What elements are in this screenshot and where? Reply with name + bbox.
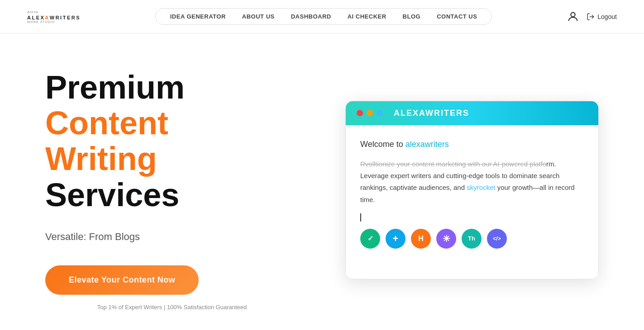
- logo-text-alex: ALEX: [27, 15, 45, 20]
- tool-icon-th[interactable]: Th: [462, 229, 482, 249]
- hero-title-services: Services: [45, 177, 179, 213]
- tool-icons-row: ✓ + H ✳ Th </>: [360, 222, 584, 252]
- logout-label: Logout: [597, 13, 617, 20]
- tool-icon-check[interactable]: ✓: [360, 229, 380, 249]
- logo-text-a: A: [45, 15, 49, 20]
- hero-title-premium: Premium: [45, 69, 185, 105]
- text-cursor: [360, 213, 361, 222]
- browser-body: Welcome to alexawriters Rvolltionize you…: [346, 125, 598, 279]
- logout-icon: [587, 13, 595, 21]
- tool-icon-plus[interactable]: +: [386, 229, 405, 249]
- svg-point-0: [571, 12, 575, 16]
- dot-red: [357, 110, 363, 116]
- hero-title: Premium Content Writing Services: [45, 70, 299, 213]
- nav-about-us[interactable]: ABOUT US: [242, 13, 275, 20]
- dot-blue: [377, 110, 383, 116]
- logo: Alexa ALEX A WRITERS WORK STUDIO: [27, 10, 81, 24]
- browser-mockup: ALEXAWRITERS Welcome to alexawriters Rvo…: [345, 101, 599, 279]
- welcome-text: Welcome to alexawriters: [360, 140, 584, 149]
- hero-section: Premium Content Writing Services Versati…: [45, 70, 299, 311]
- content-text: Rvolltionize your content marketing with…: [360, 158, 584, 206]
- welcome-alexa: alexawriters: [405, 140, 449, 149]
- hero-subtitle: Versatile: From Blogs: [45, 231, 299, 243]
- logo-text-writers: WRITERS: [50, 15, 81, 20]
- tool-icon-code[interactable]: </>: [487, 229, 507, 249]
- highlight-skyrocket: skyrocket: [467, 184, 495, 191]
- logo-script: Alexa: [27, 10, 38, 14]
- guarantee-text: Top 1% of Expert Writers | 100% Satisfac…: [45, 304, 299, 311]
- nav-contact-us[interactable]: CONTACT US: [437, 13, 477, 20]
- nav-ai-checker[interactable]: AI CHECKER: [348, 13, 386, 20]
- hero-title-content: Content: [45, 105, 168, 141]
- main-nav: IDEA GENERATOR ABOUT US DASHBOARD AI CHE…: [155, 8, 492, 25]
- tool-icon-h[interactable]: H: [411, 229, 431, 249]
- logout-button[interactable]: Logout: [587, 13, 617, 21]
- cta-button[interactable]: Elevate Your Content Now: [45, 265, 199, 295]
- user-icon[interactable]: [567, 10, 579, 23]
- nav-blog[interactable]: BLOG: [403, 13, 421, 20]
- strikethrough-text: Rvolltionize your content marketing with…: [360, 160, 546, 168]
- logo-subtitle: WORK STUDIO: [27, 20, 55, 24]
- auth-area: Logout: [567, 10, 617, 23]
- browser-dots: [357, 110, 383, 116]
- dot-yellow: [367, 110, 373, 116]
- main-content: Premium Content Writing Services Versati…: [0, 33, 644, 330]
- header: Alexa ALEX A WRITERS WORK STUDIO IDEA GE…: [0, 0, 644, 33]
- tool-icon-asterisk[interactable]: ✳: [436, 229, 456, 249]
- nav-idea-generator[interactable]: IDEA GENERATOR: [170, 13, 226, 20]
- browser-header: ALEXAWRITERS: [346, 101, 598, 125]
- nav-dashboard[interactable]: DASHBOARD: [291, 13, 331, 20]
- browser-title: ALEXAWRITERS: [394, 108, 469, 118]
- hero-title-writing: Writing: [45, 141, 157, 177]
